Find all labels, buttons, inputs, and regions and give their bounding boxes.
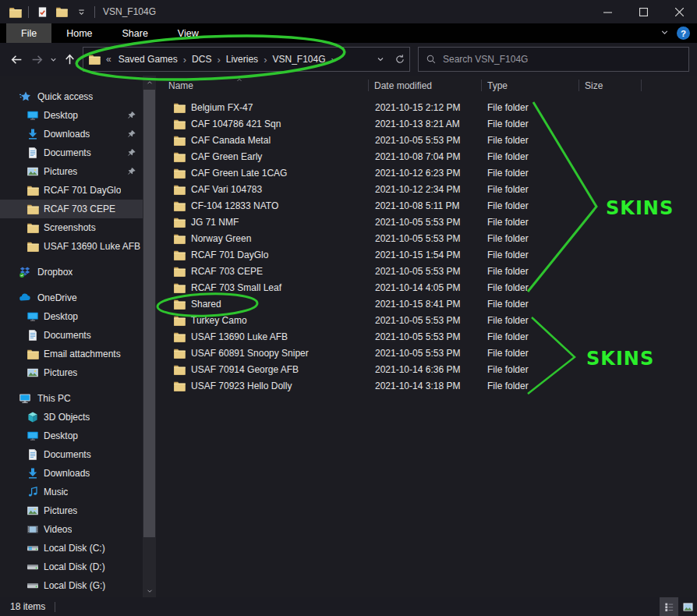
file-row-belgium-fx-47[interactable]: Belgium FX-472021-10-15 2:12 PMFile fold… bbox=[164, 99, 697, 115]
sidebar-item-documents[interactable]: Documents bbox=[0, 143, 143, 162]
sidebar-item-local-disk-g[interactable]: Local Disk (G:) bbox=[0, 576, 143, 595]
breadcrumb-overflow-indicator[interactable]: « bbox=[106, 54, 111, 65]
address-dropdown-chevron-icon[interactable] bbox=[370, 48, 390, 71]
sidebar-item-local-disk-c[interactable]: Local Disk (C:) bbox=[0, 539, 143, 558]
column-header-size[interactable]: Size bbox=[579, 76, 642, 95]
file-name: CAF Vari 104783 bbox=[191, 184, 262, 195]
search-input[interactable] bbox=[443, 54, 681, 65]
thumbnails-view-button[interactable] bbox=[678, 597, 697, 616]
sidebar-item-pictures[interactable]: Pictures bbox=[0, 501, 143, 520]
scroll-up-icon[interactable] bbox=[143, 76, 156, 89]
sidebar-item-label: Documents bbox=[44, 330, 91, 341]
recent-locations-chevron-icon[interactable] bbox=[47, 49, 59, 69]
file-row-caf-canada-metal[interactable]: CAF Canada Metal2021-10-05 5:53 PMFile f… bbox=[164, 132, 697, 148]
tab-view[interactable]: View bbox=[163, 23, 214, 43]
customize-toolbar-chevron-icon[interactable] bbox=[73, 3, 90, 20]
scrollbar-thumb[interactable] bbox=[143, 90, 155, 537]
file-row-rcaf-703-small-leaf[interactable]: RCAF 703 Small Leaf2021-10-14 4:05 PMFil… bbox=[164, 279, 697, 296]
desktop-icon bbox=[27, 310, 39, 323]
navigation-scrollbar[interactable] bbox=[143, 76, 156, 597]
folder-icon bbox=[173, 249, 186, 261]
minimize-button[interactable] bbox=[589, 0, 625, 23]
sidebar-item-label: Downloads bbox=[44, 129, 90, 140]
sidebar-item-email-attachments[interactable]: Email attachments bbox=[0, 345, 143, 363]
file-name: CAF Canada Metal bbox=[191, 135, 271, 146]
file-row-jg-71-nmf[interactable]: JG 71 NMF2021-10-05 5:53 PMFile folder bbox=[164, 214, 697, 230]
column-header-date-modified[interactable]: Date modified bbox=[369, 76, 482, 95]
address-box[interactable]: « Saved Games›DCS›Liveries›VSN_F104G› bbox=[83, 47, 410, 72]
folder-icon bbox=[173, 200, 186, 212]
tab-share[interactable]: Share bbox=[108, 23, 163, 43]
file-row-caf-green-late-1cag[interactable]: CAF Green Late 1CAG2021-10-12 6:23 PMFil… bbox=[164, 165, 697, 181]
file-row-norway-green[interactable]: Norway Green2021-10-05 5:53 PMFile folde… bbox=[164, 230, 697, 246]
sidebar-item-pictures[interactable]: Pictures bbox=[0, 363, 143, 382]
back-button[interactable] bbox=[6, 49, 27, 69]
column-header-name[interactable]: Name bbox=[164, 76, 369, 95]
sidebar-item-screenshots[interactable]: Screenshots bbox=[0, 218, 143, 237]
forward-button[interactable] bbox=[27, 49, 47, 69]
sidebar-item-dropbox[interactable]: Dropbox bbox=[0, 263, 143, 281]
column-header-type[interactable]: Type bbox=[482, 76, 579, 95]
sidebar-item-documents[interactable]: Documents bbox=[0, 445, 143, 464]
file-row-usaf-70923-hello-dolly[interactable]: USAF 70923 Hello Dolly2021-10-14 3:18 PM… bbox=[164, 377, 697, 394]
breadcrumb-separator-icon[interactable]: › bbox=[331, 54, 334, 65]
file-type-cell: File folder bbox=[482, 250, 579, 260]
file-name: Belgium FX-47 bbox=[191, 102, 253, 113]
sidebar-item-local-disk-d[interactable]: Local Disk (D:) bbox=[0, 558, 143, 576]
pin-icon bbox=[127, 111, 136, 120]
documents-icon bbox=[27, 147, 39, 159]
sidebar-item-videos[interactable]: Videos bbox=[0, 520, 143, 539]
sidebar-item-this-pc[interactable]: This PC bbox=[0, 389, 143, 408]
file-modified-cell: 2021-10-05 5:53 PM bbox=[369, 217, 482, 228]
file-row-usaf-60891-snoopy-sniper[interactable]: USAF 60891 Snoopy Sniper2021-10-05 5:53 … bbox=[164, 345, 697, 361]
sidebar-item-music[interactable]: Music bbox=[0, 483, 143, 501]
file-row-rcaf-701-dayglo[interactable]: RCAF 701 DayGlo2021-10-15 1:54 PMFile fo… bbox=[164, 246, 697, 263]
breadcrumb-item-vsn-f104g[interactable]: VSN_F104G bbox=[267, 54, 331, 65]
sidebar-item-desktop[interactable]: Desktop bbox=[0, 427, 143, 445]
sidebar-item-pictures[interactable]: Pictures bbox=[0, 162, 143, 181]
properties-check-icon[interactable] bbox=[34, 3, 51, 20]
breadcrumb-item-dcs[interactable]: DCS bbox=[186, 54, 217, 65]
pictures-icon bbox=[27, 366, 39, 379]
sidebar-item-onedrive[interactable]: OneDrive bbox=[0, 289, 143, 307]
refresh-icon[interactable] bbox=[390, 48, 409, 71]
maximize-button[interactable] bbox=[625, 0, 661, 23]
breadcrumb-item-saved-games[interactable]: Saved Games bbox=[113, 54, 183, 65]
breadcrumb-item-liveries[interactable]: Liveries bbox=[221, 54, 264, 65]
sidebar-item-documents[interactable]: Documents bbox=[0, 326, 143, 345]
new-folder-icon[interactable] bbox=[53, 3, 70, 20]
sidebar-item-rcaf-703-cepe[interactable]: RCAF 703 CEPE bbox=[0, 200, 143, 218]
file-type-cell: File folder bbox=[482, 168, 579, 179]
status-divider bbox=[55, 602, 55, 612]
sidebar-item-label: RCAF 701 DayGlo bbox=[44, 185, 121, 196]
scroll-down-icon[interactable] bbox=[143, 584, 156, 597]
folder-icon bbox=[173, 216, 186, 228]
file-row-shared[interactable]: Shared2021-10-15 8:41 PMFile folder bbox=[164, 296, 697, 312]
help-button[interactable]: ? bbox=[677, 27, 690, 40]
details-view-button[interactable] bbox=[660, 597, 678, 616]
tab-home[interactable]: Home bbox=[51, 23, 107, 43]
sidebar-item-quick-access[interactable]: Quick access bbox=[0, 87, 143, 106]
sidebar-item-rcaf-701-dayglo[interactable]: RCAF 701 DayGlo bbox=[0, 181, 143, 200]
expand-ribbon-chevron-icon[interactable] bbox=[660, 27, 670, 40]
close-button[interactable] bbox=[661, 0, 697, 23]
desktop-icon bbox=[27, 430, 39, 442]
file-row-caf-104786-421-sqn[interactable]: CAF 104786 421 Sqn2021-10-13 8:21 AMFile… bbox=[164, 115, 697, 132]
file-row-caf-green-early[interactable]: CAF Green Early2021-10-08 7:04 PMFile fo… bbox=[164, 148, 697, 165]
file-row-cf-104-12833-nato[interactable]: CF-104 12833 NATO2021-10-08 5:11 PMFile … bbox=[164, 197, 697, 214]
sidebar-item-desktop[interactable]: Desktop bbox=[0, 106, 143, 125]
up-button[interactable] bbox=[59, 49, 80, 69]
file-row-usaf-13690-luke-afb[interactable]: USAF 13690 Luke AFB2021-10-05 5:53 PMFil… bbox=[164, 328, 697, 345]
sidebar-item-usaf-13690-luke-afb[interactable]: USAF 13690 Luke AFB bbox=[0, 237, 143, 256]
tab-file[interactable]: File bbox=[6, 23, 51, 43]
file-row-rcaf-703-cepe[interactable]: RCAF 703 CEPE2021-10-05 5:53 PMFile fold… bbox=[164, 263, 697, 279]
file-row-usaf-70914-george-afb[interactable]: USAF 70914 George AFB2021-10-14 6:36 PMF… bbox=[164, 361, 697, 377]
sidebar-item-3d-objects[interactable]: 3D Objects bbox=[0, 408, 143, 427]
file-row-turkey-camo[interactable]: Turkey Camo2021-10-05 5:53 PMFile folder bbox=[164, 312, 697, 328]
sidebar-item-downloads[interactable]: Downloads bbox=[0, 125, 143, 143]
folder-icon bbox=[173, 265, 186, 278]
sidebar-item-desktop[interactable]: Desktop bbox=[0, 307, 143, 326]
folder-icon bbox=[173, 281, 186, 294]
file-row-caf-vari-104783[interactable]: CAF Vari 1047832021-10-12 2:34 PMFile fo… bbox=[164, 181, 697, 197]
sidebar-item-downloads[interactable]: Downloads bbox=[0, 464, 143, 483]
